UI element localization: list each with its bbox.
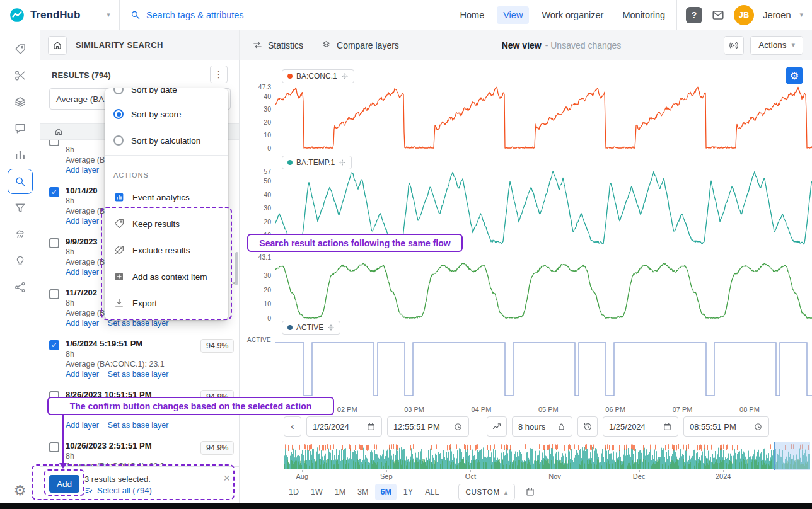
menu-action-export[interactable]: Export	[105, 290, 228, 316]
tab-label-compare-layers: Compare layers	[337, 40, 399, 50]
series-chip-ba-conc-1[interactable]: BA:CONC.1	[282, 69, 354, 83]
sidebar-item-gear[interactable]: ⚙	[14, 483, 26, 499]
help-button[interactable]: ?	[686, 7, 702, 23]
home-button[interactable]	[48, 36, 67, 55]
panel-title: SIMILARITY SEARCH	[76, 40, 163, 50]
tab-compare-layers[interactable]: Compare layers	[321, 40, 399, 50]
avatar[interactable]: JB	[734, 5, 754, 25]
end-time-field[interactable]: 08:55:51 PM	[683, 416, 769, 437]
window-bottom-edge	[0, 503, 812, 509]
zoom-all[interactable]: ALL	[420, 484, 444, 500]
tab-label-statistics: Statistics	[268, 40, 303, 50]
sidebar-item-search[interactable]	[8, 169, 33, 194]
menu-action-keep-results[interactable]: Keep results	[105, 210, 228, 237]
sidebar-item-scissors[interactable]	[8, 63, 33, 88]
y-axis-tick: 20	[240, 218, 271, 226]
series-chip-ba-temp-1[interactable]: BA:TEMP.1	[282, 156, 352, 169]
search-input[interactable]	[146, 10, 304, 20]
sidebar-item-bulb[interactable]	[8, 248, 33, 273]
duration-field[interactable]: 8 hours	[512, 416, 572, 437]
add-layer-link[interactable]: Add layer	[66, 217, 99, 226]
trend-canvas-2[interactable]	[276, 256, 812, 319]
custom-calendar-button[interactable]	[522, 484, 538, 500]
end-date-field-value: 1/25/2024	[609, 422, 646, 432]
sidebar-item-tag[interactable]	[8, 37, 33, 62]
result-checkbox[interactable]	[49, 238, 59, 248]
nav-item-work-organizer[interactable]: Work organizer	[535, 6, 610, 24]
nav-item-monitoring[interactable]: Monitoring	[616, 6, 671, 24]
home-column-icon	[54, 127, 63, 136]
result-duration: 8h	[66, 248, 74, 256]
trend-canvas-ba-conc-1[interactable]	[276, 86, 812, 149]
result-checkbox[interactable]	[49, 340, 59, 350]
menu-action-exclude-results[interactable]: Exclude results	[105, 237, 228, 263]
add-button[interactable]: Add	[49, 475, 79, 493]
brand-name: TrendHub	[30, 9, 80, 21]
close-selection-button[interactable]: ×	[223, 472, 230, 485]
add-layer-link[interactable]: Add layer	[66, 268, 99, 277]
results-kebab-button[interactable]: ⋮	[210, 66, 228, 83]
trend-canvas-active[interactable]	[276, 338, 812, 399]
zoom-1d[interactable]: 1D	[284, 484, 304, 500]
add-layer-link[interactable]: Add layer	[66, 166, 99, 174]
sidebar-item-rain[interactable]	[8, 222, 33, 247]
menu-option-sort-by-date[interactable]: Sort by date	[105, 88, 228, 101]
sidebar-item-columns[interactable]	[8, 142, 33, 168]
panel-close-x-icon[interactable]: ×	[231, 278, 236, 288]
result-checkbox[interactable]	[49, 442, 59, 452]
result-checkbox[interactable]	[49, 187, 59, 197]
start-date-field[interactable]: 1/25/2024	[306, 416, 382, 437]
menu-action-event-analytics[interactable]: Event analytics	[105, 184, 228, 210]
menu-action-label: Event analytics	[132, 193, 190, 202]
prev-range-button[interactable]: ‹	[284, 416, 301, 437]
trend-edit-button[interactable]	[487, 416, 507, 437]
set-base-layer-link[interactable]: Set as base layer	[108, 319, 169, 328]
sidebar-item-layers[interactable]	[8, 89, 33, 115]
tab-statistics[interactable]: Statistics	[252, 40, 303, 50]
sidebar-item-nodes[interactable]	[8, 275, 33, 300]
zoom-3m[interactable]: 3M	[352, 484, 373, 500]
brand-caret-icon[interactable]: ▾	[107, 11, 110, 19]
custom-range-button[interactable]: CUSTOM▴	[458, 484, 515, 500]
mail-button[interactable]	[711, 8, 725, 22]
user-menu-caret-icon[interactable]: ▾	[799, 11, 803, 19]
add-layer-link[interactable]: Add layer	[66, 370, 99, 379]
month-label: 2024	[709, 472, 737, 480]
menu-action-label: Add as context item	[132, 272, 207, 282]
result-checkbox[interactable]	[49, 289, 59, 299]
y-axis-tick: 10	[240, 300, 271, 307]
zoom-row: 1D1W1M3M6M1YALLCUSTOM▴	[284, 484, 538, 500]
menu-option-label: Sort by calculation	[131, 136, 200, 146]
annotation-flow-note: Search result actions following the same…	[247, 234, 463, 252]
end-date-field[interactable]: 1/25/2024	[603, 416, 678, 437]
select-all-link[interactable]: Select all (794)	[84, 486, 152, 495]
actions-button[interactable]: Actions ▾	[750, 36, 803, 55]
menu-option-sort-by-calculation[interactable]: Sort by calculation	[105, 127, 228, 154]
menu-action-add-as-context-item[interactable]: Add as context item	[105, 263, 228, 290]
add-layer-link[interactable]: Add layer	[66, 319, 99, 328]
menu-option-sort-by-score[interactable]: Sort by score	[105, 101, 228, 127]
add-layer-link[interactable]: Add layer	[66, 421, 99, 430]
sidebar-item-comment[interactable]	[8, 116, 33, 141]
time-toolbar: ‹1/25/202412:55:51 PM8 hours1/25/202408:…	[284, 416, 769, 437]
zoom-1m[interactable]: 1M	[330, 484, 351, 500]
zoom-6m[interactable]: 6M	[375, 484, 396, 500]
set-base-layer-link[interactable]: Set as base layer	[108, 370, 169, 379]
zoom-1y[interactable]: 1Y	[398, 484, 418, 500]
select-all-label: Select all (794)	[97, 486, 152, 495]
nav-item-home[interactable]: Home	[454, 6, 491, 24]
brand[interactable]: TrendHub ▾	[0, 7, 110, 23]
nav-item-view[interactable]: View	[497, 6, 529, 24]
sidebar-item-filter[interactable]	[8, 195, 33, 220]
start-time-field[interactable]: 12:55:51 PM	[387, 416, 469, 437]
y-axis-tick: 20	[240, 286, 271, 294]
chart-settings-button[interactable]: ⚙	[786, 67, 803, 84]
global-search	[120, 9, 304, 20]
zoom-1w[interactable]: 1W	[306, 484, 328, 500]
series-chip-active[interactable]: ACTIVE	[282, 321, 340, 335]
history-button[interactable]	[577, 416, 598, 437]
trendhub-logo-icon	[9, 7, 25, 23]
overview-canvas[interactable]	[284, 442, 810, 470]
set-base-layer-link[interactable]: Set as base layer	[108, 421, 169, 430]
live-button[interactable]	[724, 36, 744, 55]
